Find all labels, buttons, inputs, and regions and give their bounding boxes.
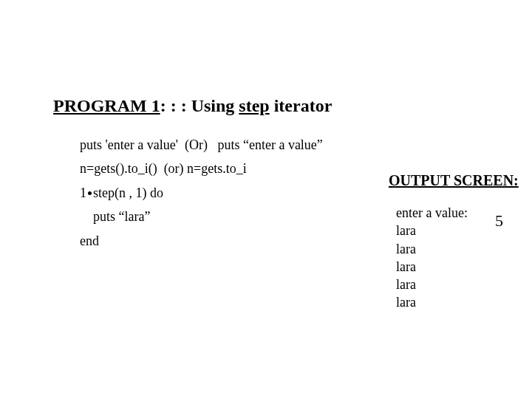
code-token: puts “enter a value” <box>217 137 322 152</box>
heading-program-label: PROGRAM 1 <box>53 96 160 115</box>
code-line-1: puts 'enter a value' (Or) puts “enter a … <box>80 133 323 157</box>
code-token: n=gets.to_i <box>187 161 247 176</box>
code-token: (or) <box>164 161 184 176</box>
output-content: enter a value: lara lara lara lara lara <box>396 204 468 312</box>
heading-suffix: iterator <box>270 96 332 115</box>
code-token: puts 'enter a value' <box>80 137 178 152</box>
output-entered-value: 5 <box>495 211 503 231</box>
output-line: lara <box>396 293 468 311</box>
heading-keyword: step <box>239 96 269 115</box>
output-line: lara <box>396 276 468 293</box>
code-token: end <box>80 233 99 248</box>
output-line: lara <box>396 258 468 276</box>
code-line-5: end <box>80 229 323 253</box>
code-token: 1 <box>80 185 86 200</box>
output-line: lara <box>396 222 468 239</box>
code-block: puts 'enter a value' (Or) puts “enter a … <box>80 133 323 253</box>
output-line: lara <box>396 240 468 258</box>
code-token: puts “lara” <box>80 205 150 228</box>
code-line-4: puts “lara” <box>80 205 323 228</box>
heading-sep: : : : Using <box>160 96 239 115</box>
output-prompt: enter a value: <box>396 204 468 222</box>
section-heading: PROGRAM 1: : : Using step iterator <box>53 96 332 116</box>
code-token: step(n , 1) do <box>93 185 163 200</box>
dot-icon <box>88 191 92 195</box>
code-line-3: 1step(n , 1) do <box>80 181 323 205</box>
code-token: (Or) <box>185 137 208 152</box>
output-heading: OUTPUT SCREEN: <box>389 172 519 189</box>
code-token: n=gets().to_i() <box>80 161 157 176</box>
code-line-2: n=gets().to_i() (or) n=gets.to_i <box>80 157 323 180</box>
